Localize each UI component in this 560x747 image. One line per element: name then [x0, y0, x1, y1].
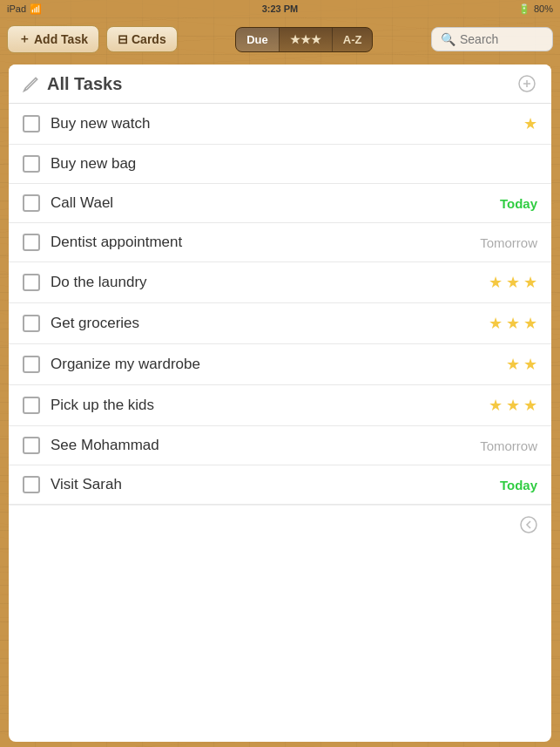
task-name: Organize my wardrobe	[51, 356, 506, 373]
cards-button[interactable]: ⊟ Cards	[106, 26, 178, 52]
task-checkbox[interactable]	[23, 194, 40, 212]
task-meta: ★★★	[489, 314, 537, 333]
sort-az-button[interactable]: A-Z	[333, 28, 373, 51]
task-item: Call WaelToday	[9, 184, 551, 223]
pencil-icon	[23, 75, 40, 92]
task-meta: ★★★	[489, 273, 537, 292]
task-checkbox[interactable]	[23, 437, 40, 454]
back-button[interactable]	[516, 513, 541, 537]
due-today-label: Today	[500, 196, 537, 211]
task-meta: Tomorrow	[480, 438, 537, 453]
battery-icon: 🔋	[518, 3, 530, 15]
cards-label: Cards	[132, 32, 166, 46]
task-checkbox[interactable]	[23, 274, 40, 291]
due-today-label: Today	[500, 478, 537, 492]
task-name: Call Wael	[51, 194, 500, 212]
battery-level: 80%	[534, 3, 553, 14]
task-name: Do the laundry	[51, 274, 489, 291]
task-list: Buy new watch★Buy new bagCall WaelTodayD…	[9, 104, 551, 505]
task-meta: ★	[523, 114, 537, 133]
search-box[interactable]: 🔍	[431, 27, 553, 51]
task-item: Visit SarahToday	[9, 465, 551, 505]
task-name: Get groceries	[51, 315, 489, 332]
star-icon: ★	[523, 355, 537, 374]
star-icon: ★	[523, 273, 537, 292]
task-meta: ★★★	[489, 396, 537, 415]
main-panel: All Tasks Buy new watch★Buy new bagCall …	[9, 65, 551, 742]
status-time: 3:23 PM	[262, 3, 299, 14]
task-meta: ★★	[506, 355, 537, 374]
search-input[interactable]	[460, 32, 543, 46]
task-item: See MohammadTomorrow	[9, 426, 551, 465]
task-item: Buy new bag	[9, 145, 551, 184]
task-checkbox[interactable]	[23, 155, 40, 173]
star-icon: ★	[506, 314, 520, 333]
star-icon: ★	[523, 114, 537, 133]
list-header: All Tasks	[9, 65, 551, 104]
star-icon: ★	[523, 314, 537, 333]
sort-group: Due ★★★ A-Z	[235, 27, 373, 52]
wifi-icon: 📶	[30, 3, 42, 15]
task-item: Get groceries★★★	[9, 303, 551, 344]
task-name: See Mohammad	[51, 437, 480, 454]
task-checkbox[interactable]	[23, 356, 40, 373]
edit-circle-icon[interactable]	[516, 73, 537, 94]
star-icon: ★	[506, 355, 520, 374]
task-checkbox[interactable]	[23, 234, 40, 251]
sort-due-button[interactable]: Due	[236, 28, 279, 51]
task-item: Pick up the kids★★★	[9, 385, 551, 426]
task-item: Dentist appointmentTomorrow	[9, 223, 551, 262]
task-item: Do the laundry★★★	[9, 262, 551, 303]
list-title: All Tasks	[47, 74, 516, 94]
add-task-label: Add Task	[34, 32, 88, 46]
search-icon: 🔍	[441, 32, 455, 46]
task-checkbox[interactable]	[23, 315, 40, 332]
star-icon: ★	[506, 396, 520, 415]
task-item: Organize my wardrobe★★	[9, 344, 551, 385]
star-icon: ★	[489, 273, 503, 292]
task-name: Buy new watch	[51, 115, 523, 132]
task-name: Pick up the kids	[51, 397, 489, 414]
task-checkbox[interactable]	[23, 476, 40, 493]
cards-icon: ⊟	[118, 32, 128, 46]
due-tomorrow-label: Tomorrow	[480, 235, 537, 250]
task-meta: Today	[500, 478, 537, 492]
task-checkbox[interactable]	[23, 397, 40, 414]
star-icon: ★	[523, 396, 537, 415]
task-meta: Today	[500, 196, 537, 211]
task-item: Buy new watch★	[9, 104, 551, 145]
star-icon: ★	[489, 314, 503, 333]
due-tomorrow-label: Tomorrow	[480, 438, 537, 453]
add-task-button[interactable]: ＋ Add Task	[7, 25, 99, 53]
task-checkbox[interactable]	[23, 115, 40, 132]
star-icon: ★	[489, 396, 503, 415]
sort-stars-button[interactable]: ★★★	[280, 28, 332, 51]
task-name: Buy new bag	[51, 155, 537, 173]
footer-row	[9, 505, 551, 544]
task-name: Visit Sarah	[51, 476, 500, 493]
svg-point-4	[521, 517, 536, 533]
status-bar: iPad 📶 3:23 PM 🔋 80%	[0, 0, 560, 17]
task-name: Dentist appointment	[51, 234, 480, 251]
task-meta: Tomorrow	[480, 235, 537, 250]
toolbar: ＋ Add Task ⊟ Cards Due ★★★ A-Z 🔍	[0, 17, 560, 61]
star-icon: ★	[506, 273, 520, 292]
status-ipad: iPad	[7, 3, 26, 14]
plus-icon: ＋	[18, 31, 30, 47]
